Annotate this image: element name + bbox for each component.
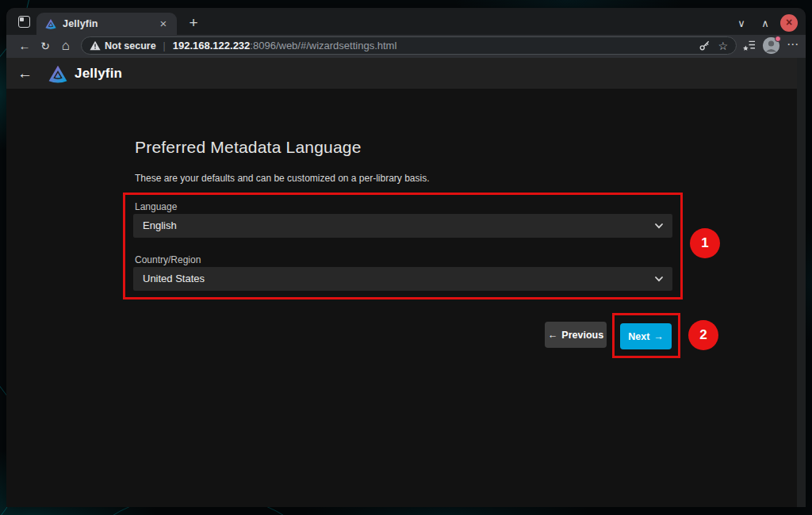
scrollbar[interactable]	[797, 58, 806, 507]
annotation-step-1: 1	[690, 228, 720, 258]
jellyfin-brand: Jellyfin	[75, 66, 122, 82]
browser-back-icon[interactable]: ←	[14, 36, 35, 55]
next-button-label: Next	[628, 331, 649, 342]
reading-list-icon[interactable]	[743, 40, 756, 52]
country-label: Country/Region	[135, 254, 201, 265]
url-divider: |	[163, 40, 166, 52]
window-maximize-icon[interactable]: ∧	[756, 14, 774, 32]
page-subtitle: These are your defaults and can be custo…	[135, 173, 430, 184]
window-close-icon[interactable]: ×	[780, 14, 798, 32]
tab-overview-button[interactable]	[12, 10, 36, 32]
browser-tab-jellyfin[interactable]: Jellyfin ×	[36, 13, 177, 35]
window-minimize-icon[interactable]: ∨	[733, 14, 750, 32]
new-tab-button[interactable]: +	[183, 13, 204, 33]
jellyfin-logo-icon	[48, 63, 68, 84]
profile-badge	[775, 36, 781, 42]
wizard-page: Preferred Metadata Language These are yo…	[6, 89, 806, 507]
country-select[interactable]: United States	[133, 267, 672, 291]
jellyfin-favicon-icon	[44, 17, 57, 30]
window-controls: ∨ ∧ ×	[733, 14, 798, 32]
arrow-right-icon: →	[653, 331, 664, 342]
next-button[interactable]: Next →	[620, 323, 672, 349]
address-bar[interactable]: Not secure | 192.168.122.232:8096/web/#/…	[81, 36, 737, 55]
security-chip[interactable]: Not secure	[90, 40, 156, 52]
chevron-down-icon	[654, 221, 664, 231]
language-label: Language	[135, 201, 177, 212]
security-label: Not secure	[105, 40, 156, 52]
tab-overview-icon	[18, 16, 30, 28]
warning-icon	[90, 40, 101, 51]
country-value: United States	[143, 273, 205, 284]
tab-strip: Jellyfin × + ∨ ∧ ×	[6, 8, 806, 35]
chevron-down-icon	[654, 274, 664, 284]
browser-menu-icon[interactable]: ⋯	[787, 37, 799, 55]
previous-button[interactable]: ← Previous	[545, 322, 607, 348]
url-path: :8096/web/#/wizardsettings.html	[250, 40, 396, 52]
browser-toolbar: ← ↻ ⌂ Not secure | 192.168.122.232:8096/…	[6, 35, 806, 58]
url-host: 192.168.122.232	[173, 40, 251, 52]
bookmark-star-icon[interactable]: ☆	[718, 40, 728, 52]
language-select[interactable]: English	[133, 214, 672, 238]
browser-reload-icon[interactable]: ↻	[35, 36, 56, 55]
jellyfin-header: ← Jellyfin	[6, 58, 806, 89]
password-key-icon[interactable]	[699, 40, 710, 52]
wizard-back-icon[interactable]: ←	[17, 65, 38, 82]
page-title: Preferred Metadata Language	[135, 138, 362, 157]
profile-avatar[interactable]	[763, 37, 779, 54]
annotation-step-2: 2	[688, 320, 718, 350]
tab-title: Jellyfin	[63, 18, 156, 29]
url-text: 192.168.122.232:8096/web/#/wizardsetting…	[173, 40, 693, 52]
language-value: English	[143, 219, 177, 231]
browser-home-icon[interactable]: ⌂	[56, 36, 76, 55]
browser-window: Jellyfin × + ∨ ∧ × ← ↻ ⌂ Not secure | 19	[6, 8, 806, 507]
tab-close-icon[interactable]: ×	[156, 17, 170, 31]
arrow-left-icon: ←	[548, 330, 558, 341]
previous-button-label: Previous	[561, 330, 603, 341]
